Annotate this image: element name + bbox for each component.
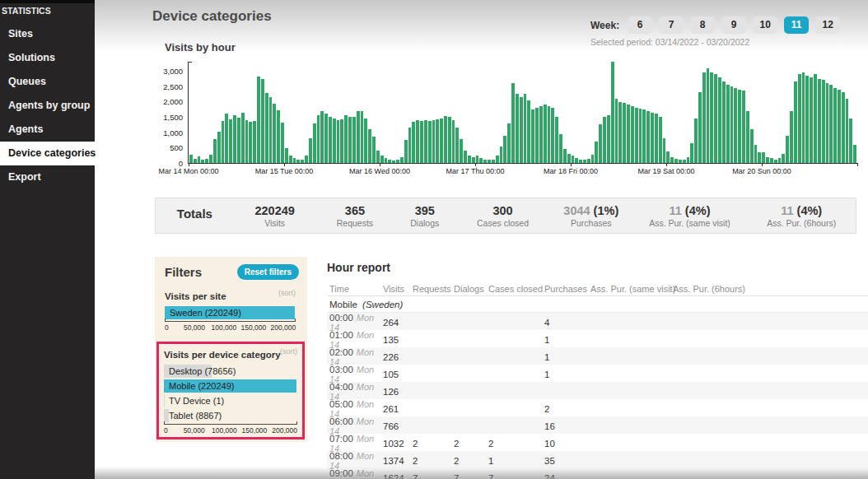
totals-number: 395	[415, 204, 435, 217]
chart-bar	[222, 121, 225, 163]
filter-axis-label: 150,000	[242, 426, 268, 435]
filter-bar-tablet[interactable]: Tablet (8867)	[164, 409, 297, 422]
time-hour: 06:00	[329, 416, 353, 426]
table-row[interactable]: 06:00Mon 1476616	[327, 416, 868, 434]
chart-bar	[702, 72, 706, 163]
chart-bar	[690, 143, 693, 163]
time-hour: 04:00	[329, 382, 353, 392]
table-group-row: Mobile (Sweden)	[327, 296, 868, 313]
app-window: STATISTICS SitesSolutionsQueuesAgents by…	[0, 0, 868, 479]
chart-bar	[635, 108, 638, 163]
chart-bar	[822, 80, 825, 163]
table-row[interactable]: 00:00Mon 142644	[327, 313, 868, 330]
chart-bar	[527, 100, 530, 163]
sidebar: STATISTICS SitesSolutionsQueuesAgents by…	[0, 0, 95, 479]
chart-bar	[225, 114, 228, 164]
reset-filters-button[interactable]: Reset filters	[237, 264, 299, 280]
chart-bar	[333, 119, 336, 163]
sidebar-item-queues[interactable]: Queues	[0, 70, 95, 94]
chart-bar	[524, 94, 527, 163]
chart-bar	[750, 129, 754, 163]
chart-bar	[361, 111, 364, 163]
totals-number: 300	[492, 204, 512, 217]
filter-bar-label: TV Device (1)	[169, 394, 224, 407]
table-row[interactable]: 09:00Mon 14162477724	[327, 468, 868, 479]
week-button-8[interactable]: 8	[690, 16, 715, 34]
sort-link[interactable]: (sort)	[280, 347, 297, 356]
table-row[interactable]: 05:00Mon 142612	[327, 399, 868, 416]
chart-bar	[344, 115, 348, 163]
sidebar-item-agents-by-group[interactable]: Agents by group	[0, 94, 95, 118]
chart-bar	[710, 72, 713, 163]
chart-bar	[257, 77, 260, 163]
time-hour: 02:00	[329, 347, 353, 357]
chart-bar	[348, 117, 352, 163]
chart-bar	[396, 160, 399, 163]
sort-link[interactable]: (sort)	[278, 289, 296, 297]
totals-number: 11	[669, 204, 681, 217]
week-button-9[interactable]: 9	[721, 16, 746, 34]
table-row[interactable]: 08:00Mon 14137422135	[327, 451, 868, 468]
table-row[interactable]: 07:00Mon 14103222210	[327, 434, 868, 451]
column-header-time[interactable]: Time	[329, 284, 383, 294]
chart-bar	[364, 119, 367, 163]
chart-bar	[488, 160, 491, 163]
column-header-dialogs[interactable]: Dialogs	[454, 284, 488, 294]
sidebar-item-agents[interactable]: Agents	[0, 118, 95, 142]
chart-bar	[655, 114, 658, 163]
totals-column-label: Ass. Pur. (6hours)	[747, 218, 856, 228]
cell-purchases: 35	[544, 456, 590, 466]
week-button-7[interactable]: 7	[659, 16, 684, 34]
week-button-6[interactable]: 6	[628, 16, 652, 34]
column-header-ass-pur-same-visit[interactable]: Ass. Pur. (same visit)	[590, 284, 673, 294]
filter-bar-mobile[interactable]: Mobile (220249)	[164, 379, 297, 393]
chart-bar	[201, 160, 204, 163]
chart-bar	[814, 74, 817, 163]
x-axis-label: Mar 16 Wed 00:00	[349, 167, 410, 175]
column-header-ass-pur-6hours[interactable]: Ass. Pur. (6hours)	[673, 284, 868, 294]
week-button-12[interactable]: 12	[815, 16, 840, 34]
chart-bar	[420, 121, 423, 163]
sidebar-item-solutions[interactable]: Solutions	[0, 46, 95, 70]
chart-bar	[718, 77, 721, 163]
chart-bar	[563, 149, 567, 163]
chart-bar	[503, 136, 506, 164]
totals-percent: (4%)	[685, 204, 711, 217]
sidebar-item-sites[interactable]: Sites	[0, 22, 95, 46]
week-button-10[interactable]: 10	[753, 16, 777, 34]
sidebar-item-device-categories[interactable]: Device categories	[0, 142, 95, 165]
filter-bar-sweden[interactable]: Sweden (220249)	[165, 306, 296, 319]
chart-bar	[572, 156, 575, 163]
y-axis-tick: 2,500	[163, 81, 183, 91]
chart-bar	[511, 83, 515, 163]
sidebar-item-export[interactable]: Export	[0, 165, 95, 189]
column-header-requests[interactable]: Requests	[413, 284, 454, 294]
chart-bar	[305, 156, 308, 163]
main-content: Device categories Week: 6789101112 Selec…	[95, 0, 868, 479]
chart-bar	[826, 83, 829, 163]
chart-bar	[778, 158, 782, 163]
filter-bar-tv-device[interactable]: TV Device (1)	[164, 394, 297, 407]
week-button-11[interactable]: 11	[784, 16, 809, 34]
time-hour: 08:00	[329, 451, 353, 461]
chart-bar	[273, 104, 276, 163]
chart-bar	[301, 160, 304, 164]
column-header-visits[interactable]: Visits	[383, 284, 413, 294]
chart-bar	[380, 156, 384, 163]
totals-column-cases-closed: 300Cases closed	[455, 204, 550, 233]
chart-bar	[408, 128, 412, 163]
chart-bar	[579, 160, 582, 164]
filters-panel: Filters Reset filters Visits per site(so…	[155, 257, 307, 442]
filter-bar-desktop[interactable]: Desktop (78656)	[164, 365, 297, 378]
x-axis-tick	[571, 163, 572, 166]
chart-bar	[838, 90, 841, 164]
column-header-purchases[interactable]: Purchases	[544, 284, 590, 294]
filter-bar-label: Desktop (78656)	[169, 365, 236, 378]
table-row[interactable]: 02:00Mon 142261	[327, 347, 868, 365]
table-row[interactable]: 01:00Mon 141351	[327, 330, 868, 347]
chart-bar	[846, 99, 849, 163]
totals-number: 11	[781, 204, 793, 217]
table-row[interactable]: 04:00Mon 14126	[327, 382, 868, 399]
table-row[interactable]: 03:00Mon 141051	[327, 365, 868, 382]
column-header-cases-closed[interactable]: Cases closed	[488, 284, 544, 294]
